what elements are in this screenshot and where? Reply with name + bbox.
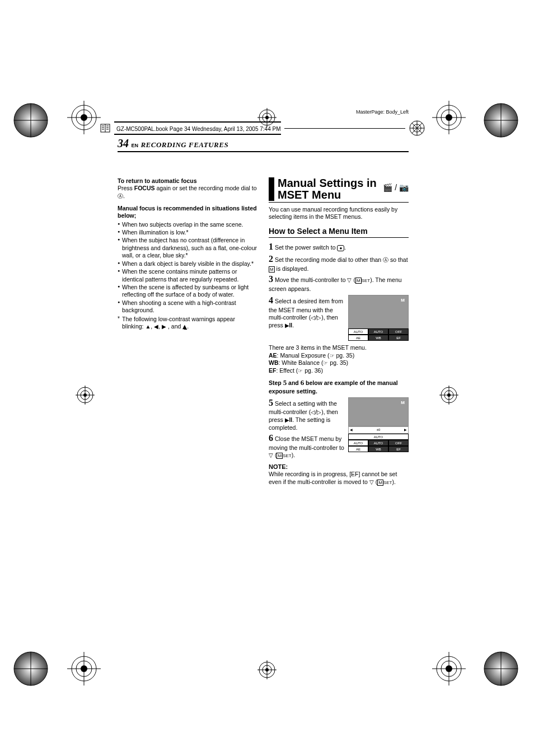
- color-target-icon: [11, 101, 50, 140]
- book-icon: [100, 123, 111, 134]
- registration-mark-icon: [432, 652, 466, 685]
- svg-point-5: [72, 656, 96, 681]
- sel-value: ±0: [377, 428, 381, 433]
- step-1: 1 Set the power switch to ●.: [269, 241, 409, 252]
- play-pause-icon: ▶II: [285, 322, 293, 328]
- return-focus-body: Press FOCUS again or set the recording m…: [118, 185, 257, 200]
- slash-icon: /: [395, 183, 397, 192]
- color-target-icon: [481, 101, 521, 140]
- ae-line: AE: Manual Exposure (☞ pg. 35): [269, 352, 409, 360]
- items-intro: There are 3 items in the MSET menu.: [269, 344, 409, 351]
- page-number: 34: [118, 137, 129, 149]
- mset-icon: M: [277, 453, 283, 459]
- color-target-icon: [11, 649, 50, 688]
- svg-point-6: [76, 661, 92, 677]
- video-mode-icon: 🎬: [383, 183, 392, 192]
- book-reference: GZ-MC500PAL.book Page 34 Wednesday, Apri…: [114, 126, 281, 132]
- section-header: RECORDING FEATURES: [140, 140, 228, 149]
- play-pause-icon: ▶II: [285, 417, 293, 423]
- right-triangle-icon: ▷: [317, 409, 321, 415]
- warning-icon: ▲: [145, 323, 151, 330]
- svg-point-7: [81, 665, 87, 672]
- registration-mark-icon: [67, 652, 101, 685]
- down-triangle-icon: ▽: [269, 452, 273, 458]
- ef-tab: EF: [388, 446, 409, 452]
- svg-point-0: [72, 105, 96, 130]
- mset-intro: You can use manual recording functions e…: [269, 206, 409, 221]
- list-item: When the scene is affected by sunbeams o…: [118, 284, 257, 299]
- wb-value: AUTO: [368, 440, 388, 446]
- down-triangle-icon: ▽: [369, 479, 374, 485]
- page-ref-icon: ☞: [298, 368, 303, 374]
- svg-point-11: [441, 110, 457, 125]
- wb-tab: WB: [368, 446, 388, 452]
- svg-point-15: [437, 656, 461, 681]
- svg-point-12: [446, 114, 452, 121]
- mode-icons: 🎬 / 📷: [383, 183, 409, 193]
- footnote-list: The following low-contrast warnings appe…: [118, 316, 257, 331]
- registration-mark-icon: [432, 101, 466, 134]
- low-contrast-footnote: The following low-contrast warnings appe…: [118, 316, 257, 331]
- ef-value: OFF: [388, 440, 409, 446]
- page-ref-icon: ☞: [330, 353, 335, 359]
- svg-point-1: [76, 110, 92, 125]
- svg-point-10: [437, 105, 461, 130]
- right-arrow-icon: ▶: [162, 323, 166, 330]
- registration-mark-icon: [439, 386, 458, 405]
- ae-value: AUTO: [348, 328, 368, 335]
- focus-situations-list: When two subjects overlap in the same sc…: [118, 221, 257, 314]
- howto-header: How to Select a Menu Item: [269, 227, 409, 238]
- m-indicator-icon: M: [401, 298, 405, 303]
- wb-line: WB: White Balance (☞ pg. 35): [269, 359, 409, 367]
- list-item: When a dark object is barely visible in …: [118, 260, 257, 267]
- registration-mark-icon: [257, 660, 277, 679]
- left-triangle-icon: ◁: [311, 409, 315, 415]
- en-label: EN: [131, 143, 138, 148]
- list-item: When shooting a scene with a high-contra…: [118, 299, 257, 314]
- example-header: Step 5 and 6 below are example of the ma…: [269, 378, 409, 395]
- selection-row: ◀ ±0 ▶: [348, 426, 409, 434]
- wb-value: AUTO: [368, 328, 388, 335]
- mset-icon: M: [355, 278, 362, 284]
- left-sel-icon: ◀: [350, 428, 353, 433]
- right-column: Manual Settings in MSET Menu 🎬 / 📷 You c…: [269, 177, 409, 486]
- step-2: 2 Set the recording mode dial to other t…: [269, 253, 409, 273]
- m-mode-icon: M: [269, 266, 275, 273]
- left-triangle-icon: ◁: [311, 314, 315, 321]
- note-body: While recording is in progress, [EF] can…: [269, 471, 409, 486]
- right-sel-icon: ▶: [404, 428, 407, 433]
- list-item: When the scene contains minute patterns …: [118, 268, 257, 283]
- left-column: To return to automatic focus Press FOCUS…: [118, 177, 257, 486]
- spine-decoration-icon: [409, 120, 425, 137]
- list-item: When the subject has no contrast (differ…: [118, 237, 257, 259]
- note-header: NOTE:: [269, 463, 409, 471]
- return-focus-header: To return to automatic focus: [118, 177, 257, 185]
- record-switch-icon: ●: [337, 245, 344, 251]
- registration-mark-icon: [76, 386, 95, 405]
- ef-line: EF: Effect (☞ pg. 36): [269, 367, 409, 375]
- step-3: 3 Move the multi-controller to ▽ (MSET).…: [269, 274, 409, 293]
- left-arrow-icon: ◀: [154, 323, 158, 330]
- right-triangle-icon: ▷: [317, 314, 321, 321]
- ae-tab: AE: [348, 446, 368, 452]
- list-item: When two subjects overlap in the same sc…: [118, 221, 257, 228]
- ae-tab: AE: [348, 335, 368, 341]
- manual-focus-rec-header: Manual focus is recommended in situation…: [118, 205, 257, 220]
- m-indicator-icon: M: [401, 400, 405, 406]
- svg-point-16: [441, 661, 457, 677]
- auto-dial-icon: Ⓐ: [383, 257, 388, 263]
- mset-icon: M: [377, 480, 383, 486]
- camera-mode-icon: 📷: [399, 183, 409, 192]
- registration-mark-icon: [67, 101, 101, 134]
- mset-screen-1: M AUTO AUTO OFF AE WB EF: [348, 295, 409, 341]
- color-target-icon: [481, 649, 521, 688]
- spine-bar: GZ-MC500PAL.book Page 34 Wednesday, Apri…: [100, 121, 425, 135]
- svg-point-17: [446, 665, 452, 672]
- ef-tab: EF: [388, 335, 409, 341]
- svg-point-2: [81, 114, 87, 121]
- masterpage-label: MasterPage: Body_Left: [356, 109, 409, 115]
- list-item: When illumination is low.*: [118, 229, 257, 236]
- ae-value: AUTO: [348, 440, 368, 446]
- ef-value: OFF: [388, 328, 409, 335]
- auto-mode-icon: Ⓐ: [118, 193, 123, 199]
